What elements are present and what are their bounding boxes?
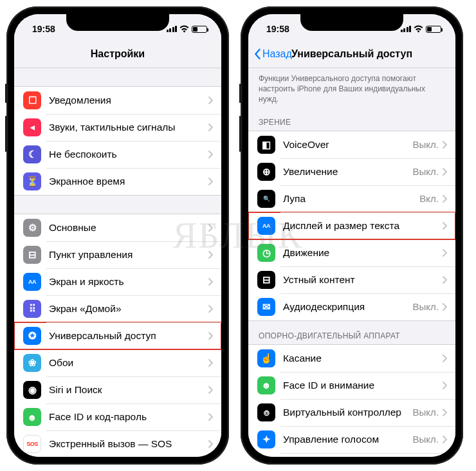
- battery-icon: [192, 26, 207, 33]
- voice-control-icon: ✦: [257, 430, 275, 448]
- text-icon: AA: [23, 273, 41, 291]
- voiceover-icon: ◧: [257, 136, 275, 154]
- row-label: Экран «Домой»: [49, 303, 208, 315]
- back-label: Назад: [262, 48, 292, 60]
- phone-right: 19:58 Назад Универсальный доступ Функции…: [241, 6, 463, 465]
- row-label: VoiceOver: [283, 139, 413, 151]
- chevron-right-icon: [443, 276, 448, 284]
- settings-row[interactable]: ❀Обои: [14, 349, 221, 376]
- notch: [66, 14, 169, 31]
- chevron-right-icon: [208, 413, 214, 421]
- row-label: Движение: [283, 247, 443, 259]
- accessibility-list[interactable]: Функции Универсального доступа помогают …: [248, 68, 455, 457]
- settings-row[interactable]: ◉Siri и Поиск: [14, 376, 221, 403]
- touch-icon: ☝: [257, 349, 275, 367]
- status-icons: [401, 25, 442, 33]
- row-label: Универсальный доступ: [49, 330, 208, 342]
- sos-icon: SOS: [23, 435, 41, 453]
- chevron-right-icon: [443, 355, 448, 362]
- settings-row[interactable]: ⠿Экран «Домой»: [14, 295, 221, 322]
- settings-row[interactable]: ⊕УвеличениеВыкл.: [248, 158, 455, 185]
- chevron-right-icon: [208, 251, 214, 259]
- settings-row[interactable]: ▢Боковая кнопка: [248, 453, 455, 457]
- chevron-right-icon: [443, 195, 448, 203]
- row-value: Выкл.: [413, 301, 439, 312]
- settings-row[interactable]: ⊟Устный контент: [248, 266, 455, 293]
- page-title: Настройки: [14, 48, 221, 60]
- chevron-right-icon: [208, 332, 214, 340]
- section-header: ОПОРНО-ДВИГАТЕЛЬНЫЙ АППАРАТ: [248, 321, 455, 344]
- row-label: Основные: [49, 222, 208, 234]
- settings-group: ☝Касание☻Face ID и внимание⌾Виртуальный …: [248, 344, 455, 457]
- screen-right: 19:58 Назад Универсальный доступ Функции…: [248, 14, 455, 457]
- row-label: Дисплей и размер текста: [283, 220, 443, 232]
- flower-icon: ❀: [23, 354, 41, 372]
- settings-row[interactable]: ◧VoiceOverВыкл.: [248, 131, 455, 158]
- row-label: Управление голосом: [283, 434, 413, 445]
- back-button[interactable]: Назад: [248, 48, 292, 60]
- settings-row[interactable]: ⊟Пункт управления: [14, 241, 221, 268]
- row-value: Выкл.: [413, 139, 439, 150]
- magnifier-icon: 🔍: [257, 190, 275, 208]
- faceid-attention-icon: ☻: [257, 376, 275, 394]
- settings-row[interactable]: AAЭкран и яркость: [14, 268, 221, 295]
- settings-row[interactable]: ✦Управление голосомВыкл.: [248, 426, 455, 453]
- zoom-icon: ⊕: [257, 163, 275, 181]
- gear-icon: ⚙: [23, 219, 41, 237]
- phone-left: 19:58 Настройки ☐Уведомления◀︎Звуки, так…: [6, 6, 229, 465]
- settings-row[interactable]: ☝Касание: [248, 345, 455, 372]
- settings-row[interactable]: 🔍ЛупаВкл.: [248, 185, 455, 212]
- settings-group: ◧VoiceOverВыкл.⊕УвеличениеВыкл.🔍ЛупаВкл.…: [248, 131, 455, 321]
- row-label: Увеличение: [283, 166, 413, 178]
- settings-row[interactable]: ◷Движение: [248, 239, 455, 266]
- settings-row[interactable]: ✉АудиодескрипцияВыкл.: [248, 293, 455, 320]
- settings-row[interactable]: ⚙Основные: [14, 214, 221, 241]
- notch: [300, 14, 403, 31]
- screen-left: 19:58 Настройки ☐Уведомления◀︎Звуки, так…: [14, 14, 221, 457]
- sound-icon: ◀︎: [23, 118, 41, 136]
- grid-icon: ⠿: [23, 300, 41, 318]
- settings-group: ☐Уведомления◀︎Звуки, тактильные сигналы☾…: [14, 86, 221, 196]
- settings-row[interactable]: AAДисплей и размер текста: [248, 212, 455, 239]
- chevron-right-icon: [443, 409, 448, 416]
- chevron-right-icon: [208, 224, 214, 232]
- display-text-icon: AA: [257, 217, 275, 235]
- audiodesc-icon: ✉: [257, 298, 275, 316]
- row-label: Экран и яркость: [49, 276, 208, 288]
- chevron-right-icon: [208, 178, 214, 185]
- settings-row[interactable]: ☾Не беспокоить: [14, 141, 221, 168]
- switch-control-icon: ⌾: [257, 403, 275, 421]
- signal-icon: [401, 26, 412, 32]
- battery-icon: [426, 26, 441, 33]
- nav-bar: Назад Универсальный доступ: [248, 40, 455, 68]
- chevron-right-icon: [443, 222, 448, 230]
- settings-row[interactable]: ☐Уведомления: [14, 87, 221, 114]
- moon-icon: ☾: [23, 145, 41, 163]
- chevron-right-icon: [208, 359, 214, 367]
- settings-row[interactable]: ◀︎Звуки, тактильные сигналы: [14, 114, 221, 141]
- chevron-right-icon: [208, 124, 214, 131]
- settings-row[interactable]: ⏳Экранное время: [14, 168, 221, 195]
- row-label: Лупа: [283, 193, 419, 205]
- row-label: Звуки, тактильные сигналы: [49, 122, 208, 133]
- row-label: Экстренный вызов — SOS: [49, 438, 208, 450]
- settings-row[interactable]: ✪Универсальный доступ: [14, 322, 221, 349]
- settings-row[interactable]: ☻Face ID и внимание: [248, 372, 455, 399]
- settings-row[interactable]: SOSЭкстренный вызов — SOS: [14, 430, 221, 457]
- row-label: Обои: [49, 357, 208, 369]
- settings-list[interactable]: ☐Уведомления◀︎Звуки, тактильные сигналы☾…: [14, 68, 221, 457]
- chevron-right-icon: [443, 141, 448, 149]
- status-icons: [167, 25, 208, 33]
- settings-row[interactable]: ☻Face ID и код-пароль: [14, 403, 221, 430]
- speech-icon: ⊟: [257, 271, 275, 289]
- signal-icon: [167, 26, 178, 32]
- settings-row[interactable]: ⌾Виртуальный контроллерВыкл.: [248, 399, 455, 426]
- chevron-right-icon: [443, 382, 448, 389]
- chevron-right-icon: [443, 436, 448, 443]
- switches-icon: ⊟: [23, 246, 41, 264]
- row-label: Экранное время: [49, 176, 208, 187]
- section-header: ЗРЕНИЕ: [248, 107, 455, 131]
- hourglass-icon: ⏳: [23, 172, 41, 190]
- row-value: Выкл.: [413, 434, 439, 445]
- status-time: 19:58: [266, 24, 289, 34]
